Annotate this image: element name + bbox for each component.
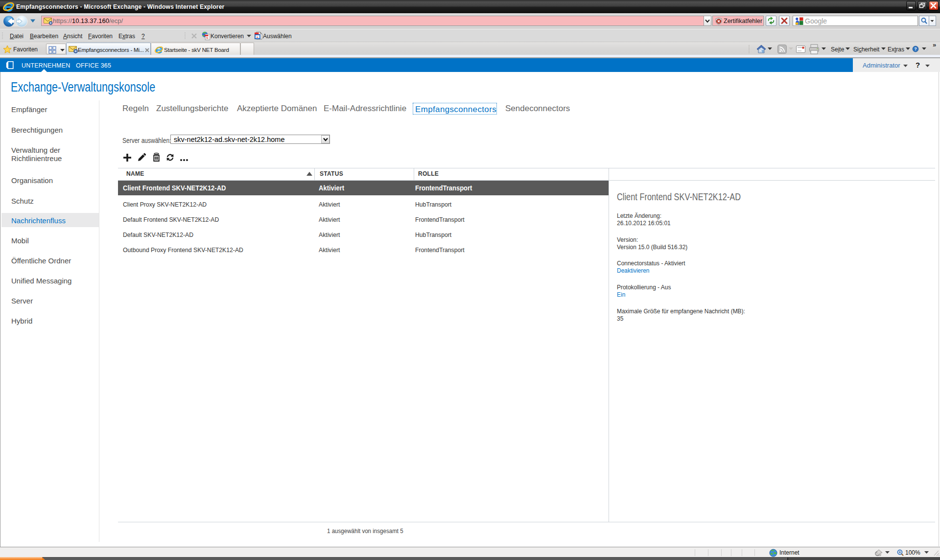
svg-text:?: ? xyxy=(914,47,916,51)
